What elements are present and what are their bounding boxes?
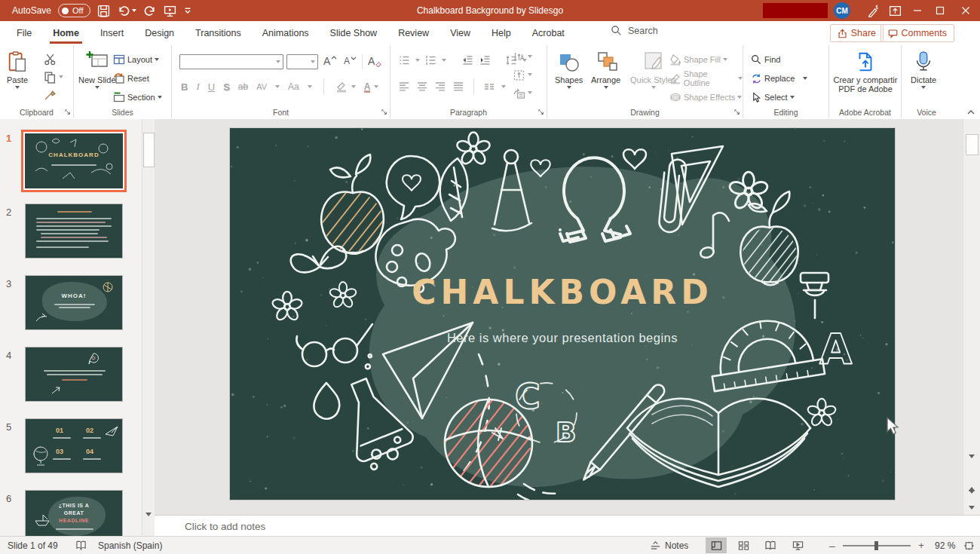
create-pdf-button[interactable]: Crear y compartir PDF de Adobe — [832, 50, 899, 93]
align-center-button[interactable] — [416, 81, 428, 93]
slide-thumbnail-4[interactable] — [25, 347, 123, 402]
slide-thumbnail-3[interactable]: WHOA! — [25, 275, 123, 330]
shape-fill-button[interactable]: Shape Fill — [669, 51, 727, 68]
text-shadow-button[interactable]: S — [223, 81, 230, 93]
align-text-button[interactable] — [513, 69, 532, 81]
dictate-button[interactable]: Dictate — [911, 50, 936, 89]
tab-animations[interactable]: Animations — [252, 22, 320, 44]
slideshow-view-button[interactable] — [787, 537, 808, 553]
notes-toggle[interactable]: Notes — [650, 537, 688, 554]
zoom-out-button[interactable]: – — [826, 540, 838, 552]
clear-formatting-button[interactable]: A — [368, 53, 382, 69]
strikethrough-button[interactable]: ab — [238, 81, 248, 92]
paste-button[interactable]: Paste — [6, 50, 29, 89]
character-spacing-button[interactable]: AV — [256, 82, 267, 91]
shapes-button[interactable]: Shapes — [555, 50, 583, 89]
reading-view-button[interactable] — [760, 537, 781, 553]
clipboard-dialog-launcher[interactable] — [65, 109, 72, 116]
change-case-button[interactable]: Aa — [288, 81, 299, 92]
new-slide-button[interactable]: New Slide — [78, 50, 116, 89]
slide-title[interactable]: CHALKBOARD — [230, 273, 895, 311]
notes-pane[interactable]: Click to add notes — [155, 515, 980, 537]
slide-canvas[interactable]: C B A — [230, 128, 895, 500]
fit-slide-to-window-button[interactable] — [963, 537, 975, 554]
shape-outline-button[interactable]: Shape Outline — [669, 70, 743, 87]
drawing-dialog-launcher[interactable] — [734, 109, 741, 116]
shape-effects-button[interactable]: Shape Effects — [669, 89, 742, 106]
tab-home[interactable]: Home — [42, 22, 90, 44]
font-size-combo[interactable] — [286, 54, 318, 69]
tab-slide-show[interactable]: Slide Show — [320, 22, 388, 44]
zoom-slider-track[interactable] — [843, 545, 911, 546]
avatar[interactable]: CM — [834, 2, 850, 19]
grow-font-button[interactable]: A — [323, 53, 337, 69]
columns-button[interactable] — [483, 81, 495, 93]
replace-button[interactable]: Replace — [751, 70, 807, 87]
zoom-level[interactable]: 92 % — [935, 537, 955, 554]
align-right-button[interactable] — [434, 81, 446, 93]
convert-smartart-button[interactable] — [513, 87, 532, 99]
bold-button[interactable]: B — [181, 81, 188, 93]
tab-help[interactable]: Help — [481, 22, 522, 44]
tab-insert[interactable]: Insert — [90, 22, 134, 44]
bullets-button[interactable] — [398, 54, 411, 66]
thumbnail-scrollbar-thumb[interactable] — [143, 133, 155, 167]
font-color-button[interactable]: A — [364, 81, 371, 93]
layout-button[interactable]: Layout — [113, 51, 159, 68]
normal-view-button[interactable] — [706, 537, 727, 553]
main-scrollbar-thumb[interactable] — [966, 134, 978, 155]
arrange-button[interactable]: Arrange — [591, 50, 620, 89]
shrink-font-button[interactable]: A — [344, 53, 357, 69]
decrease-indent-button[interactable] — [461, 54, 474, 66]
thumbnail-scroll-down-arrow[interactable] — [145, 516, 152, 530]
justify-button[interactable] — [452, 81, 464, 93]
find-button[interactable]: Find — [751, 51, 780, 68]
next-slide-button[interactable] — [969, 494, 975, 510]
notes-placeholder[interactable]: Click to add notes — [185, 521, 265, 532]
reset-button[interactable]: Reset — [113, 70, 149, 87]
highlight-color-button[interactable] — [335, 81, 348, 93]
increase-indent-button[interactable] — [479, 54, 492, 66]
select-button[interactable]: Select — [751, 89, 795, 106]
close-button[interactable] — [951, 0, 980, 21]
align-left-button[interactable] — [398, 81, 410, 93]
language-status[interactable]: Spanish (Spain) — [98, 537, 162, 554]
slide-thumbnail-1[interactable]: CHALKBOARD — [21, 130, 127, 192]
tab-design[interactable]: Design — [134, 22, 185, 44]
share-button[interactable]: Share — [830, 24, 884, 42]
paragraph-dialog-launcher[interactable] — [538, 109, 545, 116]
main-scrollbar[interactable] — [963, 119, 980, 515]
slide-thumbnail-5[interactable]: 01 02 03 04 — [25, 418, 123, 473]
tab-acrobat[interactable]: Acrobat — [522, 22, 575, 44]
comments-button[interactable]: Comments — [880, 24, 954, 42]
ribbon-display-options-icon[interactable] — [884, 0, 906, 21]
spell-check-icon[interactable] — [75, 537, 87, 554]
tab-view[interactable]: View — [439, 22, 481, 44]
zoom-slider-thumb[interactable] — [874, 541, 878, 550]
zoom-in-button[interactable]: + — [915, 540, 927, 551]
tab-transitions[interactable]: Transitions — [185, 22, 252, 44]
section-button[interactable]: Section — [113, 89, 162, 106]
copy-button[interactable] — [44, 71, 63, 84]
slide-thumbnail-6[interactable]: ¿THIS IS A GREAT HEADLINE — [25, 490, 123, 536]
text-direction-button[interactable] — [513, 51, 532, 63]
pen-sparkle-icon[interactable] — [861, 0, 884, 21]
slide-sorter-view-button[interactable] — [733, 537, 754, 553]
scroll-down-arrow[interactable] — [969, 458, 975, 472]
tab-file[interactable]: File — [6, 22, 42, 44]
minimize-button[interactable] — [906, 0, 929, 21]
slide-thumbnail-2[interactable] — [25, 204, 123, 259]
tab-review[interactable]: Review — [387, 22, 439, 44]
previous-slide-button[interactable] — [969, 475, 975, 491]
font-dialog-launcher[interactable] — [381, 109, 388, 116]
search-box[interactable]: Search — [611, 25, 658, 36]
collapse-ribbon-chevron[interactable] — [966, 109, 975, 116]
numbering-button[interactable] — [424, 54, 437, 66]
cut-button[interactable] — [44, 53, 57, 66]
format-painter-button[interactable] — [44, 89, 57, 102]
slide-subtitle[interactable]: Here is where your presentation begins — [230, 331, 895, 345]
thumbnail-scrollbar[interactable] — [142, 119, 155, 536]
maximize-button[interactable] — [929, 0, 951, 21]
underline-button[interactable]: U — [208, 81, 215, 93]
font-name-combo[interactable] — [179, 54, 283, 69]
